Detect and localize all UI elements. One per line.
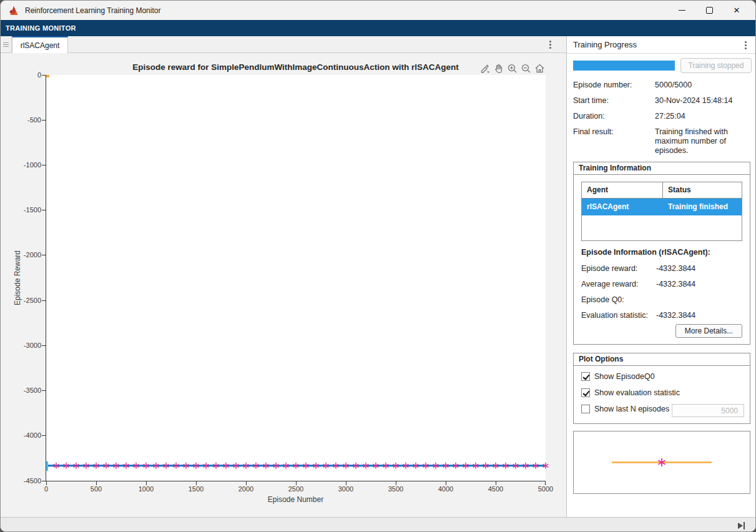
- field-label: Evaluation statistic:: [581, 311, 648, 320]
- tab-rlsacagent[interactable]: rlSACAgent: [12, 36, 68, 53]
- field-label: Episode number:: [573, 81, 632, 89]
- training-information-group: Training Information Agent Status rlSACA…: [573, 162, 750, 345]
- matlab-logo-icon: [8, 6, 19, 16]
- x-tick-label: 0: [27, 485, 65, 493]
- checkbox-label: Show evaluation statistic: [594, 388, 680, 397]
- episode-information-title: Episode Information (rlSACAgent):: [581, 248, 710, 257]
- last-n-episodes-input[interactable]: [672, 404, 744, 417]
- toolstrip-tab-label[interactable]: TRAINING MONITOR: [6, 24, 76, 32]
- field-value: 30-Nov-2024 15:48:14: [655, 96, 755, 106]
- maximize-button[interactable]: [695, 1, 723, 20]
- field-label: Final result:: [573, 127, 614, 136]
- x-tick-label: 1000: [127, 485, 165, 493]
- brush-icon[interactable]: [479, 62, 491, 74]
- x-tick-label: 500: [77, 485, 115, 493]
- home-icon[interactable]: [534, 62, 546, 74]
- training-stopped-button[interactable]: Training stopped: [680, 58, 752, 73]
- training-progress-bar: [573, 61, 675, 71]
- field-value: -4332.3844: [656, 311, 695, 320]
- show-episodeq0-option: Show EpisodeQ0: [581, 372, 655, 381]
- average-reward-row: Average reward: -4332.3844: [581, 280, 744, 288]
- checkbox-label: Show last N episodes: [594, 405, 669, 413]
- title-bar: Reinforcement Learning Training Monitor …: [1, 1, 755, 20]
- final-result-row: Final result: Training finished with max…: [573, 127, 752, 136]
- skip-to-end-icon[interactable]: [738, 522, 747, 530]
- status-bar: [1, 517, 755, 532]
- tab-label: rlSACAgent: [21, 41, 60, 50]
- cell-status: Training finished: [663, 199, 742, 215]
- y-tick-label: -3500: [7, 387, 41, 394]
- checkbox[interactable]: [581, 405, 590, 413]
- show-last-n-episodes-option: Show last N episodes: [581, 405, 669, 413]
- field-value: -4332.3844: [656, 280, 695, 288]
- field-value: Training finished with maximum number of…: [655, 127, 755, 155]
- panel-options-menu-icon[interactable]: [740, 40, 750, 50]
- tab-grip-handle[interactable]: [1, 36, 12, 53]
- x-tick-label: 5000: [527, 485, 564, 493]
- field-label: Episode reward:: [581, 264, 637, 273]
- panel-header: Training Progress: [567, 36, 756, 54]
- y-tick-label: -3000: [7, 342, 41, 349]
- checkbox[interactable]: [581, 372, 590, 381]
- agent-status-table: Agent Status rlSACAgent Training finishe…: [581, 182, 742, 241]
- field-label: Start time:: [573, 96, 609, 105]
- chart-title: Episode reward for SimplePendlumWithImag…: [46, 62, 546, 72]
- zoom-in-icon[interactable]: [506, 62, 518, 74]
- tab-options-menu-icon[interactable]: [545, 39, 555, 49]
- minimize-icon: [679, 10, 685, 11]
- x-tick-label: 3500: [377, 485, 415, 493]
- episode-reward-row: Episode reward: -4332.3844: [581, 264, 744, 273]
- group-title: Training Information: [574, 162, 750, 175]
- column-header-status: Status: [663, 182, 742, 198]
- y-tick-label: -2500: [7, 297, 41, 304]
- panel-title: Training Progress: [573, 40, 637, 49]
- axes-toolbar: [479, 62, 546, 74]
- legend-preview-plot: [574, 431, 750, 493]
- x-tick-label: 2500: [277, 485, 315, 493]
- field-value: 5000/5000: [655, 81, 755, 90]
- field-label: Duration:: [573, 112, 605, 121]
- training-progress-panel: Training Progress Training stopped Episo…: [567, 36, 756, 517]
- figure-area: Episode reward for SimplePendlumWithImag…: [1, 53, 566, 517]
- y-tick-label: 0: [7, 71, 41, 79]
- x-tick-label: 4500: [477, 485, 514, 493]
- toolstrip: TRAINING MONITOR: [1, 20, 755, 36]
- app-window: Reinforcement Learning Training Monitor …: [0, 0, 756, 532]
- field-label: Episode Q0:: [581, 295, 624, 304]
- duration-row: Duration: 27:25:04: [573, 112, 752, 121]
- show-evaluation-statistic-option: Show evaluation statistic: [581, 388, 680, 397]
- start-time-row: Start time: 30-Nov-2024 15:48:14: [573, 96, 752, 105]
- maximize-icon: [706, 7, 713, 14]
- more-details-button[interactable]: More Details...: [675, 324, 742, 338]
- evaluation-statistic-row: Evaluation statistic: -4332.3844: [581, 311, 744, 320]
- episode-q0-row: Episode Q0:: [581, 295, 744, 304]
- field-value: -4332.3844: [656, 264, 695, 273]
- plot-options-group: Plot Options Show EpisodeQ0 Show evaluat…: [573, 353, 750, 424]
- window-title: Reinforcement Learning Training Monitor: [25, 6, 160, 15]
- checkbox-label: Show EpisodeQ0: [594, 372, 655, 381]
- y-tick-label: -1000: [7, 161, 41, 169]
- close-icon: ✕: [734, 6, 740, 14]
- close-button[interactable]: ✕: [723, 1, 750, 20]
- axes[interactable]: 0-500-1000-1500-2000-2500-3000-3500-4000…: [46, 75, 546, 481]
- x-tick-label: 3000: [327, 485, 365, 493]
- minimize-button[interactable]: [668, 1, 695, 20]
- x-tick-label: 1500: [177, 485, 215, 493]
- legend-preview: [573, 431, 750, 494]
- progress-bar-fill: [573, 61, 675, 71]
- y-tick-label: -2000: [7, 251, 41, 259]
- cell-agent: rlSACAgent: [582, 199, 663, 215]
- field-value: 27:25:04: [655, 112, 755, 121]
- document-tab-strip: rlSACAgent: [1, 36, 566, 53]
- zoom-out-icon[interactable]: [520, 62, 532, 74]
- field-label: Average reward:: [581, 280, 639, 288]
- table-row[interactable]: rlSACAgent Training finished: [582, 199, 742, 215]
- checkbox[interactable]: [581, 388, 590, 397]
- episode-number-row: Episode number: 5000/5000: [573, 81, 752, 89]
- x-tick-label: 2000: [227, 485, 265, 493]
- column-header-agent: Agent: [582, 182, 663, 198]
- table-header-row: Agent Status: [582, 182, 742, 199]
- group-title: Plot Options: [574, 353, 750, 366]
- y-tick-label: -4000: [7, 431, 41, 439]
- pan-icon[interactable]: [493, 62, 504, 74]
